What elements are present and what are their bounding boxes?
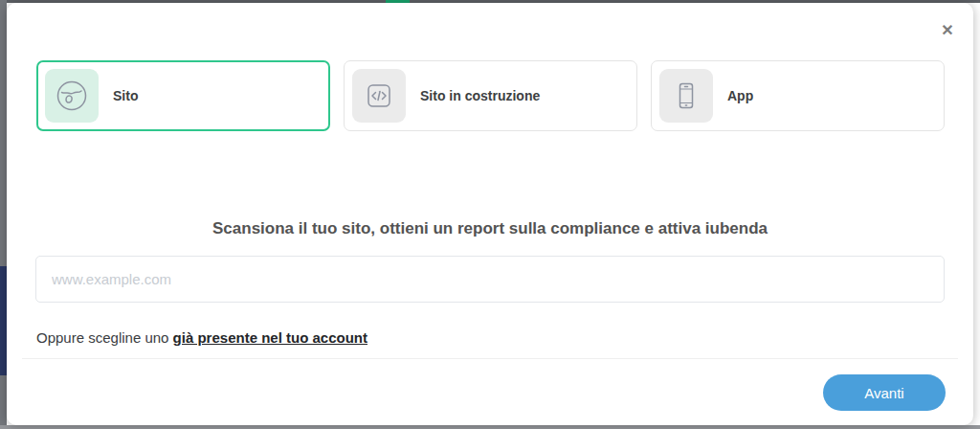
- option-label-app: App: [727, 88, 753, 103]
- site-type-options: Sito Sito in costruzione: [36, 60, 945, 131]
- option-card-sito[interactable]: Sito: [36, 60, 330, 131]
- smartphone-icon: [659, 69, 713, 123]
- code-icon: [352, 69, 406, 123]
- site-url-input[interactable]: [35, 256, 945, 303]
- next-button[interactable]: Avanti: [823, 374, 946, 411]
- globe-icon: [45, 69, 99, 123]
- option-card-app[interactable]: App: [651, 60, 945, 131]
- alt-choice-line: Oppure scegline uno già presente nel tuo…: [36, 329, 368, 346]
- close-icon[interactable]: ✕: [937, 20, 958, 41]
- background-left-navy-segment: [0, 266, 7, 375]
- scan-heading: Scansiona il tuo sito, ottieni un report…: [7, 219, 973, 238]
- existing-site-link[interactable]: già presente nel tuo account: [173, 329, 368, 346]
- option-card-sito-in-costruzione[interactable]: Sito in costruzione: [344, 60, 637, 131]
- option-label-sito-in-costruzione: Sito in costruzione: [420, 88, 540, 103]
- add-site-modal: ✕ Sito Sito in costruzi: [7, 3, 973, 425]
- option-label-sito: Sito: [113, 88, 138, 103]
- background-page-left-edge: [0, 0, 7, 429]
- background-page-bottom-edge: [0, 425, 980, 429]
- alt-choice-prefix: Oppure scegline uno: [36, 329, 173, 346]
- footer-divider: [22, 358, 958, 359]
